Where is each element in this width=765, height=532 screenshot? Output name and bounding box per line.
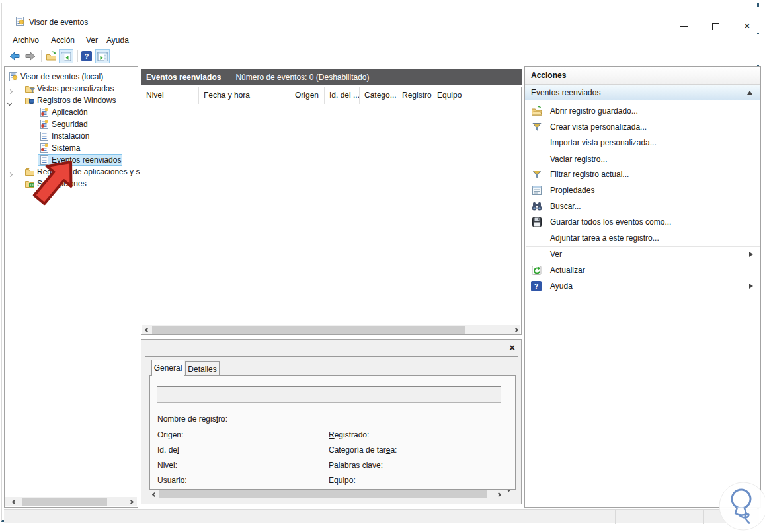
field-label-id: Id. del (157, 445, 179, 455)
title-bar: Visor de eventos × (4, 7, 759, 33)
scroll-left-icon[interactable] (149, 490, 159, 499)
minimize-button[interactable] (674, 20, 693, 33)
column-header-nivel[interactable]: Nivel (141, 87, 199, 104)
actions-panel: Acciones Eventos reenviados Abrir regist… (524, 66, 761, 508)
scroll-left-icon[interactable] (142, 325, 151, 334)
field-label-registrado: Registrado: (329, 430, 369, 439)
help-button[interactable]: ? (79, 49, 94, 63)
event-description-box (157, 386, 501, 403)
action-ayuda[interactable]: ? Ayuda (526, 278, 760, 293)
field-label-nivel: Nivel: (157, 461, 177, 470)
collapse-icon[interactable] (747, 91, 752, 95)
tree-item-aplicacion[interactable]: Aplicación (5, 106, 138, 118)
maximize-button[interactable] (706, 20, 725, 33)
status-bar (4, 509, 759, 523)
results-title: Eventos reenviados (146, 73, 221, 82)
status-divider (703, 510, 704, 524)
bulb-logo (719, 482, 765, 531)
folder-filter-icon (24, 83, 35, 94)
chevron-right-icon[interactable] (9, 169, 15, 176)
preview-horizontal-scrollbar[interactable] (149, 490, 503, 499)
preview-pane: × General Detalles Nombre de registro: O… (141, 339, 522, 504)
action-pane-toggle-button[interactable] (95, 49, 110, 63)
tab-general[interactable]: General (151, 360, 184, 376)
action-actualizar[interactable]: Actualizar (526, 262, 760, 278)
menu-ver[interactable]: Ver (86, 36, 98, 45)
forward-button[interactable] (23, 49, 38, 63)
events-list: Nivel Fecha y hora Origen Id. del ... Ca… (141, 87, 522, 335)
tree-item-visor-de-eventos[interactable]: Visor de eventos (local) (5, 71, 138, 83)
action-propiedades[interactable]: Propiedades (526, 182, 760, 198)
column-header-categoria[interactable]: Catego... (360, 87, 397, 104)
actions-title: Acciones (525, 67, 760, 85)
column-header-fecha[interactable]: Fecha y hora (199, 87, 290, 104)
chevron-down-icon[interactable] (8, 98, 15, 104)
help-icon: ? (531, 281, 543, 291)
results-header: Eventos reenviados Número de eventos: 0 … (141, 69, 522, 85)
tab-detalles[interactable]: Detalles (185, 361, 220, 376)
field-label-origen: Origen: (157, 430, 183, 439)
action-vaciar-registro[interactable]: Vaciar registro... (526, 151, 760, 167)
scroll-right-icon[interactable] (126, 497, 136, 506)
submenu-arrow-icon (749, 252, 753, 257)
tree-item-registros-de-windows[interactable]: Registros de Windows (5, 95, 138, 106)
tree-item-vistas-personalizadas[interactable]: Vistas personalizadas (5, 83, 138, 95)
toolbar: ? (4, 48, 759, 65)
annotation-arrow (28, 152, 81, 211)
scrollbar-thumb[interactable] (159, 490, 487, 498)
close-icon: × (744, 22, 750, 31)
back-icon (9, 51, 20, 61)
properties-icon (531, 185, 543, 196)
column-header-origen[interactable]: Origen (290, 87, 325, 104)
scrollbar-thumb[interactable] (152, 326, 465, 334)
column-header-registro[interactable]: Registro (397, 87, 432, 104)
filter-icon (531, 122, 543, 132)
scroll-right-icon[interactable] (494, 490, 503, 499)
action-abrir-registro-guardado[interactable]: Abrir registro guardado... (526, 103, 760, 119)
action-ver[interactable]: Ver (526, 246, 760, 262)
list-column-headers: Nivel Fecha y hora Origen Id. del ... Ca… (141, 87, 521, 104)
scroll-right-icon[interactable] (511, 325, 520, 334)
tree-horizontal-scrollbar[interactable] (5, 497, 137, 506)
field-label-categoria-de-tarea: Categoría de tarea: (329, 445, 397, 455)
preview-divider (145, 356, 518, 357)
tree-item-instalacion[interactable]: Instalación (5, 130, 138, 142)
tree-item-seguridad[interactable]: Seguridad (5, 118, 138, 130)
action-importar-vista-personalizada[interactable]: Importar vista personalizada... (526, 135, 760, 151)
log-plain-icon (39, 131, 50, 141)
column-header-id[interactable]: Id. del ... (325, 87, 360, 104)
scroll-left-icon[interactable] (9, 497, 19, 506)
preview-general-page: Nombre de registro: Origen: Registrado: … (149, 375, 516, 490)
log-event-icon (39, 107, 50, 118)
filter-icon (531, 169, 543, 180)
results-count: Número de eventos: 0 (Deshabilitado) (235, 73, 369, 82)
menu-accion[interactable]: Acción (51, 36, 75, 45)
list-horizontal-scrollbar[interactable] (142, 325, 520, 334)
status-divider (615, 510, 616, 524)
column-header-equipo[interactable]: Equipo (432, 87, 520, 104)
action-buscar[interactable]: Buscar... (526, 198, 760, 214)
action-filtrar-registro-actual[interactable]: Filtrar registro actual... (526, 167, 760, 182)
field-label-nombre-de-registro: Nombre de registro: (157, 414, 227, 424)
back-button[interactable] (7, 49, 22, 63)
scrollbar-thumb[interactable] (22, 498, 107, 506)
menu-archivo[interactable]: Archivo (13, 36, 39, 45)
action-adjuntar-tarea[interactable]: Adjuntar tarea a este registro... (526, 230, 760, 246)
toolbar-separator (41, 50, 42, 62)
help-icon: ? (81, 51, 92, 61)
export-log-icon (46, 51, 57, 61)
chevron-right-icon[interactable] (9, 86, 15, 93)
console-tree-toggle-button[interactable] (59, 49, 73, 63)
event-viewer-window: Visor de eventos × Archivo Acción Ver Ay… (0, 0, 765, 532)
export-log-button[interactable] (44, 49, 58, 63)
actions-group-header[interactable]: Eventos reenviados (525, 85, 760, 100)
field-label-equipo: Equipo: (329, 476, 356, 485)
console-tree-panel: Visor de eventos (local) Vistas personal… (4, 66, 138, 508)
maximize-icon (712, 23, 719, 30)
menu-ayuda[interactable]: Ayuda (106, 36, 129, 45)
close-button[interactable]: × (738, 20, 756, 33)
preview-close-icon[interactable]: × (509, 342, 515, 354)
action-crear-vista-personalizada[interactable]: Crear vista personalizada... (526, 119, 760, 135)
submenu-arrow-icon (749, 284, 753, 289)
action-guardar-todos-los-eventos[interactable]: Guardar todos los eventos como... (526, 214, 760, 230)
